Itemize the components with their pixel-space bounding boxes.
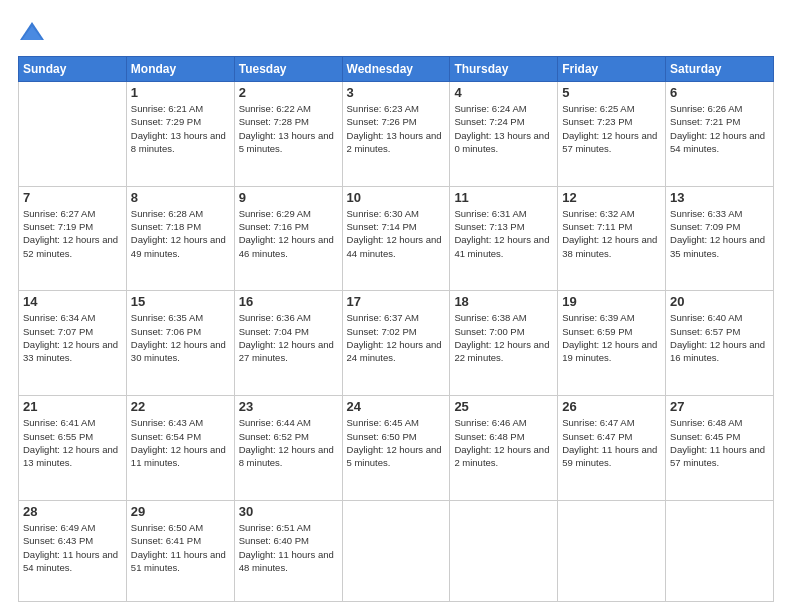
day-info: Sunrise: 6:50 AMSunset: 6:41 PMDaylight:… xyxy=(131,521,230,574)
calendar-cell xyxy=(558,500,666,601)
day-number: 4 xyxy=(454,85,553,100)
calendar-cell: 21Sunrise: 6:41 AMSunset: 6:55 PMDayligh… xyxy=(19,396,127,501)
calendar-cell: 17Sunrise: 6:37 AMSunset: 7:02 PMDayligh… xyxy=(342,291,450,396)
calendar-table: SundayMondayTuesdayWednesdayThursdayFrid… xyxy=(18,56,774,602)
day-info: Sunrise: 6:23 AMSunset: 7:26 PMDaylight:… xyxy=(347,102,446,155)
day-info: Sunrise: 6:32 AMSunset: 7:11 PMDaylight:… xyxy=(562,207,661,260)
day-number: 26 xyxy=(562,399,661,414)
calendar-cell: 9Sunrise: 6:29 AMSunset: 7:16 PMDaylight… xyxy=(234,186,342,291)
page: SundayMondayTuesdayWednesdayThursdayFrid… xyxy=(0,0,792,612)
weekday-header-sunday: Sunday xyxy=(19,57,127,82)
calendar-cell: 8Sunrise: 6:28 AMSunset: 7:18 PMDaylight… xyxy=(126,186,234,291)
day-info: Sunrise: 6:43 AMSunset: 6:54 PMDaylight:… xyxy=(131,416,230,469)
calendar-cell xyxy=(450,500,558,601)
day-number: 11 xyxy=(454,190,553,205)
day-info: Sunrise: 6:37 AMSunset: 7:02 PMDaylight:… xyxy=(347,311,446,364)
calendar-cell: 3Sunrise: 6:23 AMSunset: 7:26 PMDaylight… xyxy=(342,82,450,187)
day-number: 14 xyxy=(23,294,122,309)
day-number: 29 xyxy=(131,504,230,519)
day-number: 3 xyxy=(347,85,446,100)
calendar-cell: 15Sunrise: 6:35 AMSunset: 7:06 PMDayligh… xyxy=(126,291,234,396)
calendar-cell: 16Sunrise: 6:36 AMSunset: 7:04 PMDayligh… xyxy=(234,291,342,396)
day-number: 17 xyxy=(347,294,446,309)
day-number: 30 xyxy=(239,504,338,519)
day-info: Sunrise: 6:38 AMSunset: 7:00 PMDaylight:… xyxy=(454,311,553,364)
logo-icon xyxy=(18,18,46,46)
weekday-header-wednesday: Wednesday xyxy=(342,57,450,82)
day-number: 2 xyxy=(239,85,338,100)
calendar-cell: 6Sunrise: 6:26 AMSunset: 7:21 PMDaylight… xyxy=(666,82,774,187)
calendar-cell: 13Sunrise: 6:33 AMSunset: 7:09 PMDayligh… xyxy=(666,186,774,291)
weekday-header-tuesday: Tuesday xyxy=(234,57,342,82)
day-number: 20 xyxy=(670,294,769,309)
day-number: 8 xyxy=(131,190,230,205)
calendar-cell: 18Sunrise: 6:38 AMSunset: 7:00 PMDayligh… xyxy=(450,291,558,396)
day-info: Sunrise: 6:31 AMSunset: 7:13 PMDaylight:… xyxy=(454,207,553,260)
calendar-cell: 22Sunrise: 6:43 AMSunset: 6:54 PMDayligh… xyxy=(126,396,234,501)
day-number: 24 xyxy=(347,399,446,414)
day-number: 27 xyxy=(670,399,769,414)
day-number: 12 xyxy=(562,190,661,205)
calendar-cell xyxy=(19,82,127,187)
weekday-header-saturday: Saturday xyxy=(666,57,774,82)
day-info: Sunrise: 6:45 AMSunset: 6:50 PMDaylight:… xyxy=(347,416,446,469)
day-number: 13 xyxy=(670,190,769,205)
day-info: Sunrise: 6:36 AMSunset: 7:04 PMDaylight:… xyxy=(239,311,338,364)
calendar-cell: 23Sunrise: 6:44 AMSunset: 6:52 PMDayligh… xyxy=(234,396,342,501)
day-info: Sunrise: 6:40 AMSunset: 6:57 PMDaylight:… xyxy=(670,311,769,364)
calendar-cell: 26Sunrise: 6:47 AMSunset: 6:47 PMDayligh… xyxy=(558,396,666,501)
week-row-3: 14Sunrise: 6:34 AMSunset: 7:07 PMDayligh… xyxy=(19,291,774,396)
calendar-cell: 28Sunrise: 6:49 AMSunset: 6:43 PMDayligh… xyxy=(19,500,127,601)
week-row-5: 28Sunrise: 6:49 AMSunset: 6:43 PMDayligh… xyxy=(19,500,774,601)
day-number: 21 xyxy=(23,399,122,414)
weekday-header-monday: Monday xyxy=(126,57,234,82)
day-info: Sunrise: 6:25 AMSunset: 7:23 PMDaylight:… xyxy=(562,102,661,155)
day-info: Sunrise: 6:47 AMSunset: 6:47 PMDaylight:… xyxy=(562,416,661,469)
day-info: Sunrise: 6:39 AMSunset: 6:59 PMDaylight:… xyxy=(562,311,661,364)
day-info: Sunrise: 6:41 AMSunset: 6:55 PMDaylight:… xyxy=(23,416,122,469)
day-info: Sunrise: 6:26 AMSunset: 7:21 PMDaylight:… xyxy=(670,102,769,155)
week-row-1: 1Sunrise: 6:21 AMSunset: 7:29 PMDaylight… xyxy=(19,82,774,187)
day-info: Sunrise: 6:29 AMSunset: 7:16 PMDaylight:… xyxy=(239,207,338,260)
calendar-cell: 29Sunrise: 6:50 AMSunset: 6:41 PMDayligh… xyxy=(126,500,234,601)
weekday-header-friday: Friday xyxy=(558,57,666,82)
calendar-cell: 10Sunrise: 6:30 AMSunset: 7:14 PMDayligh… xyxy=(342,186,450,291)
calendar-cell: 19Sunrise: 6:39 AMSunset: 6:59 PMDayligh… xyxy=(558,291,666,396)
calendar-cell: 24Sunrise: 6:45 AMSunset: 6:50 PMDayligh… xyxy=(342,396,450,501)
day-info: Sunrise: 6:27 AMSunset: 7:19 PMDaylight:… xyxy=(23,207,122,260)
day-info: Sunrise: 6:33 AMSunset: 7:09 PMDaylight:… xyxy=(670,207,769,260)
calendar-cell: 4Sunrise: 6:24 AMSunset: 7:24 PMDaylight… xyxy=(450,82,558,187)
day-info: Sunrise: 6:34 AMSunset: 7:07 PMDaylight:… xyxy=(23,311,122,364)
week-row-4: 21Sunrise: 6:41 AMSunset: 6:55 PMDayligh… xyxy=(19,396,774,501)
day-number: 9 xyxy=(239,190,338,205)
day-number: 6 xyxy=(670,85,769,100)
day-number: 15 xyxy=(131,294,230,309)
weekday-header-row: SundayMondayTuesdayWednesdayThursdayFrid… xyxy=(19,57,774,82)
calendar-cell: 7Sunrise: 6:27 AMSunset: 7:19 PMDaylight… xyxy=(19,186,127,291)
day-number: 19 xyxy=(562,294,661,309)
day-info: Sunrise: 6:24 AMSunset: 7:24 PMDaylight:… xyxy=(454,102,553,155)
day-number: 7 xyxy=(23,190,122,205)
calendar-cell: 20Sunrise: 6:40 AMSunset: 6:57 PMDayligh… xyxy=(666,291,774,396)
calendar-cell: 5Sunrise: 6:25 AMSunset: 7:23 PMDaylight… xyxy=(558,82,666,187)
calendar-cell: 14Sunrise: 6:34 AMSunset: 7:07 PMDayligh… xyxy=(19,291,127,396)
day-info: Sunrise: 6:30 AMSunset: 7:14 PMDaylight:… xyxy=(347,207,446,260)
day-info: Sunrise: 6:46 AMSunset: 6:48 PMDaylight:… xyxy=(454,416,553,469)
day-info: Sunrise: 6:22 AMSunset: 7:28 PMDaylight:… xyxy=(239,102,338,155)
day-info: Sunrise: 6:44 AMSunset: 6:52 PMDaylight:… xyxy=(239,416,338,469)
calendar-cell: 25Sunrise: 6:46 AMSunset: 6:48 PMDayligh… xyxy=(450,396,558,501)
day-info: Sunrise: 6:48 AMSunset: 6:45 PMDaylight:… xyxy=(670,416,769,469)
day-number: 25 xyxy=(454,399,553,414)
calendar-cell: 2Sunrise: 6:22 AMSunset: 7:28 PMDaylight… xyxy=(234,82,342,187)
calendar-cell: 30Sunrise: 6:51 AMSunset: 6:40 PMDayligh… xyxy=(234,500,342,601)
day-info: Sunrise: 6:49 AMSunset: 6:43 PMDaylight:… xyxy=(23,521,122,574)
day-info: Sunrise: 6:28 AMSunset: 7:18 PMDaylight:… xyxy=(131,207,230,260)
week-row-2: 7Sunrise: 6:27 AMSunset: 7:19 PMDaylight… xyxy=(19,186,774,291)
day-number: 1 xyxy=(131,85,230,100)
day-info: Sunrise: 6:21 AMSunset: 7:29 PMDaylight:… xyxy=(131,102,230,155)
calendar-cell: 11Sunrise: 6:31 AMSunset: 7:13 PMDayligh… xyxy=(450,186,558,291)
day-number: 18 xyxy=(454,294,553,309)
calendar-cell: 1Sunrise: 6:21 AMSunset: 7:29 PMDaylight… xyxy=(126,82,234,187)
day-number: 5 xyxy=(562,85,661,100)
calendar-cell xyxy=(666,500,774,601)
